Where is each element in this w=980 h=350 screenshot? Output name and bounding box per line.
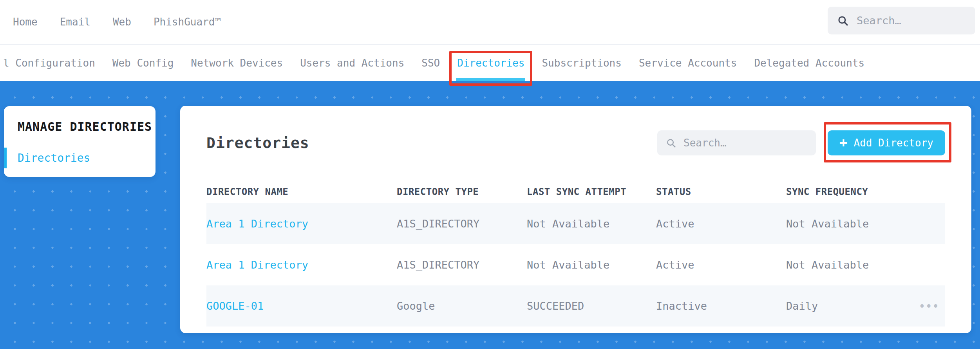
subnav-tab[interactable]: Users and Actions xyxy=(300,45,404,81)
subnav-tab-label: Directories xyxy=(457,57,524,69)
topnav-item-label: PhishGuard™ xyxy=(154,16,221,28)
card-heading: MANAGE DIRECTORIES xyxy=(4,120,155,134)
topnav-item[interactable]: Home xyxy=(13,16,38,28)
table-body: Area 1 Directory A1S_DIRECTORY Not Avail… xyxy=(206,203,945,327)
panel-header: Directories + Add Directory xyxy=(206,106,945,180)
workspace-background: MANAGE DIRECTORIES Directories Directori… xyxy=(0,81,980,349)
status-cell: Inactive xyxy=(656,300,786,312)
subnav-tab-label: Network Devices xyxy=(191,57,283,69)
subnav-tab-label: Users and Actions xyxy=(300,57,404,69)
top-navigation: Home Email Web PhishGuard™ xyxy=(0,0,980,44)
column-header-last-sync: LAST SYNC ATTEMPT xyxy=(527,186,656,197)
directory-name-link[interactable]: Area 1 Directory xyxy=(206,218,397,230)
subnav-tab[interactable]: Subscriptions xyxy=(542,45,622,81)
topnav-item-label: Email xyxy=(60,16,90,28)
search-icon xyxy=(837,15,849,27)
table-row: GOOGLE-01 Google SUCCEEDED Inactive Dail… xyxy=(206,285,945,327)
subnav-tab[interactable]: l Configuration xyxy=(3,45,95,81)
settings-sub-navigation: l Configuration Web Config Network Devic… xyxy=(0,44,980,81)
search-icon xyxy=(666,138,676,148)
sync-frequency-cell: Not Available xyxy=(786,218,904,230)
subnav-tab[interactable]: Web Config xyxy=(112,45,174,81)
table-header-row: DIRECTORY NAME DIRECTORY TYPE LAST SYNC … xyxy=(206,180,945,203)
column-header-sync-frequency: SYNC FREQUENCY xyxy=(786,186,904,197)
directory-type-cell: A1S_DIRECTORY xyxy=(397,218,527,230)
directory-name-link[interactable]: Area 1 Directory xyxy=(206,259,397,271)
directories-search-input[interactable] xyxy=(683,137,807,149)
subnav-tab[interactable]: Delegated Accounts xyxy=(754,45,864,81)
sync-frequency-cell: Daily xyxy=(786,300,904,312)
subnav-tab[interactable]: Service Accounts xyxy=(639,45,737,81)
add-directory-button-label: Add Directory xyxy=(854,137,934,149)
last-sync-cell: SUCCEEDED xyxy=(527,300,656,312)
manage-directories-card: MANAGE DIRECTORIES Directories xyxy=(4,106,155,177)
topnav-item-label: Home xyxy=(13,16,38,28)
add-directory-button-wrap: + Add Directory xyxy=(828,130,945,155)
status-cell: Active xyxy=(656,218,786,230)
subnav-tab-label: Service Accounts xyxy=(639,57,737,69)
panel-controls: + Add Directory xyxy=(657,130,945,155)
directory-type-cell: A1S_DIRECTORY xyxy=(397,259,527,271)
subnav-tab[interactable]: Network Devices xyxy=(191,45,283,81)
topnav-item-label: Web xyxy=(113,16,131,28)
add-directory-button[interactable]: + Add Directory xyxy=(828,130,945,155)
global-search-input[interactable] xyxy=(857,14,966,27)
ellipsis-menu-icon[interactable]: ••• xyxy=(919,301,940,312)
directories-table: DIRECTORY NAME DIRECTORY TYPE LAST SYNC … xyxy=(206,180,945,327)
subnav-tab-label: Web Config xyxy=(112,57,174,69)
column-header-status: STATUS xyxy=(656,186,786,197)
card-nav-item[interactable]: Directories xyxy=(4,148,155,168)
table-row: Area 1 Directory A1S_DIRECTORY Not Avail… xyxy=(206,203,945,244)
column-header-directory-type: DIRECTORY TYPE xyxy=(397,186,527,197)
directories-search[interactable] xyxy=(657,130,816,155)
directory-name-link[interactable]: GOOGLE-01 xyxy=(206,300,397,312)
subnav-tab[interactable]: Directories xyxy=(457,45,524,81)
sync-frequency-cell: Not Available xyxy=(786,259,904,271)
last-sync-cell: Not Available xyxy=(527,218,656,230)
subnav-tab-label: Delegated Accounts xyxy=(754,57,864,69)
subnav-tab-label: SSO xyxy=(421,57,440,69)
active-tab-underline xyxy=(456,78,525,81)
topnav-item[interactable]: PhishGuard™ xyxy=(154,16,221,28)
plus-icon: + xyxy=(839,136,847,149)
topnav-item[interactable]: Web xyxy=(113,16,131,28)
last-sync-cell: Not Available xyxy=(527,259,656,271)
directories-panel: Directories + Add Directory xyxy=(180,106,971,333)
topnav-item[interactable]: Email xyxy=(60,16,90,28)
page-title: Directories xyxy=(206,134,309,152)
subnav-tab[interactable]: SSO xyxy=(421,45,440,81)
row-actions-cell: ••• xyxy=(904,300,945,312)
status-cell: Active xyxy=(656,259,786,271)
global-search[interactable] xyxy=(828,7,975,34)
table-row: Area 1 Directory A1S_DIRECTORY Not Avail… xyxy=(206,244,945,285)
subnav-tab-label: Subscriptions xyxy=(542,57,622,69)
column-header-directory-name: DIRECTORY NAME xyxy=(206,186,397,197)
directory-type-cell: Google xyxy=(397,300,527,312)
card-nav-item-label: Directories xyxy=(18,152,90,164)
subnav-tab-label: l Configuration xyxy=(3,57,95,69)
